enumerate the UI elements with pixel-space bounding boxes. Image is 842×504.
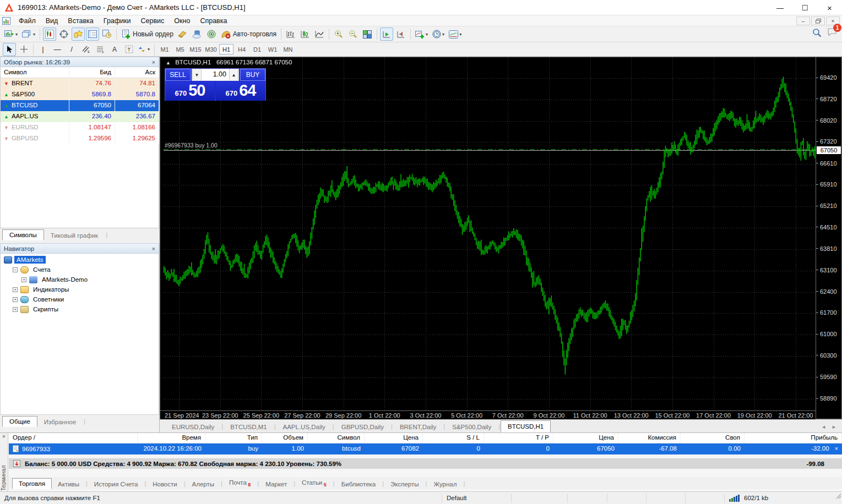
metaeditor-button[interactable] <box>176 28 189 41</box>
signals-button[interactable] <box>205 28 218 41</box>
notifications-button[interactable]: 1 <box>827 28 838 38</box>
collapse-icon[interactable]: − <box>13 267 18 272</box>
menu-Сервис[interactable]: Сервис <box>136 16 170 26</box>
timeframe-MN[interactable]: MN <box>281 44 295 54</box>
chart-tab-GBPUSD,Daily[interactable]: GBPUSD,Daily <box>335 421 390 432</box>
menu-Файл[interactable]: Файл <box>14 16 41 26</box>
autoscroll-toggle[interactable] <box>380 28 393 41</box>
scroll-right-icon[interactable]: ► <box>832 424 836 430</box>
menu-Справка[interactable]: Справка <box>195 16 232 26</box>
timeframe-H4[interactable]: H4 <box>235 44 249 54</box>
menu-Вид[interactable]: Вид <box>41 16 63 26</box>
minimize-button[interactable]: — <box>768 0 792 15</box>
column-header-S / L[interactable]: S / L <box>423 433 484 443</box>
market-watch-row[interactable]: ▼EURUSD1.081471.08166 <box>1 122 159 133</box>
new-order-button[interactable]: Новый ордер <box>119 28 175 41</box>
tree-item-Счета[interactable]: −Счета <box>1 265 159 275</box>
terminal-tab-Эксперты[interactable]: Эксперты <box>384 479 425 489</box>
text-tool[interactable]: A <box>108 43 121 56</box>
terminal-tab-Маркет[interactable]: Маркет <box>259 479 293 489</box>
templates-button[interactable]: ▾ <box>447 28 463 41</box>
chart-shift-toggle[interactable] <box>394 28 408 41</box>
horizontal-line-tool[interactable]: — <box>51 43 64 56</box>
terminal-tab-Библиотека[interactable]: Библиотека <box>335 479 382 489</box>
terminal-tab-Почта[interactable]: Почта 8 <box>223 478 257 489</box>
terminal-tab-Активы[interactable]: Активы <box>52 479 85 489</box>
terminal-tab-Алерты[interactable]: Алерты <box>186 479 220 489</box>
timeframe-D1[interactable]: D1 <box>250 44 264 54</box>
line-chart-button[interactable] <box>313 28 326 41</box>
volume-increase-button[interactable]: ▲ <box>229 69 238 80</box>
crosshair-tool[interactable] <box>17 43 30 56</box>
column-header-Ордер /[interactable]: Ордер / <box>9 433 138 443</box>
market-watch-row[interactable]: ▲AAPL.US236.40236.67 <box>1 111 159 122</box>
mw-col-Бид[interactable]: Бид <box>69 67 115 78</box>
strategy-tester-toggle[interactable] <box>100 28 113 41</box>
mw-col-Аск[interactable]: Аск <box>115 67 159 78</box>
terminal-tab-Новости[interactable]: Новости <box>146 479 183 489</box>
vertical-line-tool[interactable]: | <box>36 43 50 56</box>
arrows-tool[interactable]: ▾ <box>137 43 151 56</box>
market-watch-tab-Символы[interactable]: Символы <box>2 229 44 240</box>
text-label-tool[interactable]: T <box>122 43 135 56</box>
volume-decrease-button[interactable]: ▼ <box>192 69 202 80</box>
terminal-tab-Торговля[interactable]: Торговля <box>12 478 52 489</box>
close-button[interactable]: × <box>817 0 842 15</box>
timeframe-W1[interactable]: W1 <box>265 44 280 54</box>
chart-tab-S&P500,Daily[interactable]: S&P500,Daily <box>446 421 498 432</box>
trendline-tool[interactable]: / <box>65 43 78 56</box>
sell-price[interactable]: 670 50 <box>165 81 215 101</box>
mdi-minimize-button[interactable]: – <box>796 17 810 25</box>
column-header-Цена[interactable]: Цена <box>365 433 423 443</box>
expand-icon[interactable]: + <box>21 277 26 282</box>
resize-grip[interactable] <box>834 492 842 504</box>
column-header-Время[interactable]: Время <box>138 433 205 443</box>
navigator-tab-Общие[interactable]: Общие <box>2 416 37 427</box>
menu-Графики[interactable]: Графики <box>99 16 136 26</box>
mdi-restore-button[interactable] <box>811 17 825 25</box>
tree-item-Индикаторы[interactable]: +Индикаторы <box>1 284 159 294</box>
expand-icon[interactable]: + <box>13 307 18 312</box>
menu-Окно[interactable]: Окно <box>169 16 195 26</box>
tree-item-AMarkets[interactable]: AMarkets <box>1 255 159 265</box>
market-watch-tab-Тиковый график[interactable]: Тиковый график <box>44 231 105 240</box>
close-icon[interactable]: × <box>0 433 8 440</box>
menu-Вставка[interactable]: Вставка <box>63 16 98 26</box>
market-watch-row[interactable]: ▲S&P5005869.85870.8 <box>1 89 159 100</box>
buy-price[interactable]: 670 64 <box>216 81 265 101</box>
bars-chart-button[interactable] <box>284 28 297 41</box>
expand-icon[interactable]: + <box>13 287 18 292</box>
tree-item-AMarkets-Demo[interactable]: +AMarkets-Demo <box>1 275 159 284</box>
column-header-Тип[interactable]: Тип <box>205 433 262 443</box>
tree-item-Советники[interactable]: +Советники <box>1 294 159 304</box>
data-window-toggle[interactable] <box>57 28 70 41</box>
chart-tab-BTCUSD,M1[interactable]: BTCUSD,M1 <box>224 421 273 432</box>
search-icon[interactable] <box>812 28 822 37</box>
status-profile[interactable]: Default <box>442 494 511 503</box>
timeframe-M5[interactable]: M5 <box>173 44 187 54</box>
market-watch-toggle[interactable] <box>43 28 56 41</box>
new-chart-button[interactable]: ▾ <box>3 28 19 41</box>
scroll-left-icon[interactable]: ◄ <box>821 424 826 430</box>
terminal-tab-Журнал[interactable]: Журнал <box>427 479 463 489</box>
timeframe-M15[interactable]: M15 <box>188 44 203 54</box>
chart-tab-AAPL.US,Daily[interactable]: AAPL.US,Daily <box>276 421 332 432</box>
close-icon[interactable]: × <box>152 59 155 65</box>
chart-tab-BTCUSD,H1[interactable]: BTCUSD,H1 <box>501 420 551 432</box>
terminal-tab-История Счета[interactable]: История Счета <box>88 479 144 489</box>
buy-button[interactable]: BUY <box>240 69 265 81</box>
mw-col-Символ[interactable]: Символ <box>1 67 69 78</box>
autotrade-button[interactable]: Авто-торговля <box>219 28 278 41</box>
close-order-icon[interactable]: × <box>835 445 838 452</box>
maximize-button[interactable]: ☐ <box>792 0 817 15</box>
periods-button[interactable]: ▾ <box>431 28 446 41</box>
market-watch-row[interactable]: ▼GBPUSD1.295961.29625 <box>1 133 159 144</box>
navigator-toggle[interactable] <box>72 28 85 41</box>
volume-input[interactable]: 1.00 <box>202 69 229 80</box>
fibonacci-tool[interactable]: F <box>94 43 107 56</box>
timeframe-H1[interactable]: H1 <box>219 44 233 54</box>
column-header-Прибыль[interactable]: Прибыль <box>745 433 842 443</box>
candles-chart-button[interactable] <box>298 28 312 41</box>
navigator-tab-Избранное[interactable]: Избранное <box>37 417 83 427</box>
sell-button[interactable]: SELL <box>165 69 191 81</box>
